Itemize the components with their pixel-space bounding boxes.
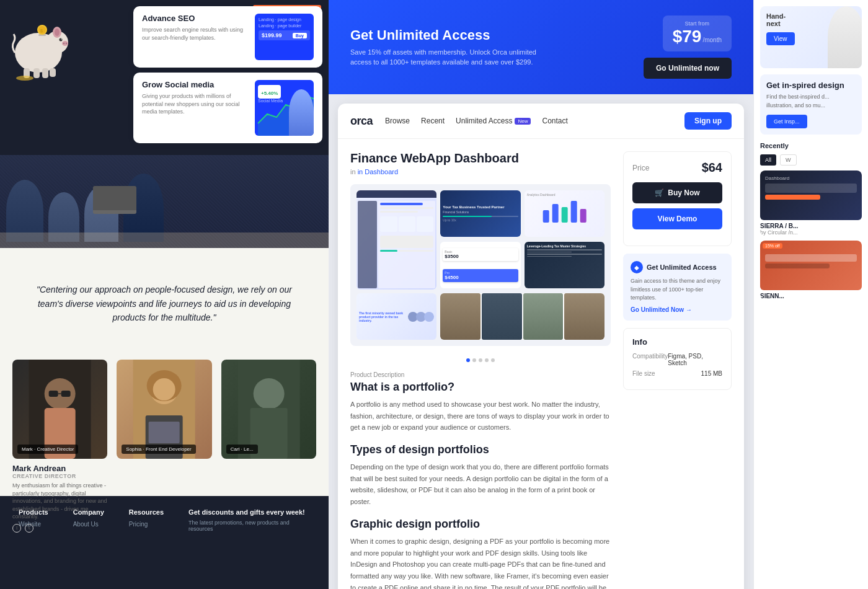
recent-card-2-name: SIENN... (760, 293, 862, 299)
nav-browse[interactable]: Browse (385, 117, 410, 125)
svg-point-8 (66, 43, 67, 44)
svg-rect-29 (149, 422, 180, 443)
social-card-title: Grow Social media (142, 80, 249, 89)
svg-rect-33 (542, 210, 549, 223)
team-section: Mark · Creative Director Mark Andrean Cr… (0, 360, 329, 496)
nav-contact[interactable]: Contact (542, 117, 567, 125)
slide-dot-3[interactable] (479, 358, 482, 362)
view-button-right[interactable]: View (766, 32, 795, 45)
desc-what-text: A portfolio is any method used to showca… (350, 399, 611, 433)
banner-price-box: Start from $79 /month (663, 16, 732, 51)
orca-logo: orca (350, 115, 373, 128)
left-panel: This week's 15% off (0, 0, 329, 589)
social-card-desc: Giving your products with millions of po… (142, 92, 249, 116)
recently-label: Recently (760, 142, 862, 149)
product-description: Product Description What is a portfolio?… (350, 371, 611, 589)
recent-card-2-image[interactable]: 15% off (760, 241, 862, 290)
discount-badge: 15% off (763, 243, 782, 249)
nav-unlimited-wrapper: Unlimited Access New (456, 117, 531, 125)
svg-rect-37 (580, 209, 586, 223)
center-panel: Get Unlimited Access Save 15% off assets… (329, 0, 753, 589)
price-value: $64 (702, 161, 722, 175)
nav-unlimited[interactable]: Unlimited Access (456, 117, 512, 125)
team-member-carl: Carl · Le... (221, 360, 316, 484)
filter-w-button[interactable]: W (780, 154, 797, 166)
buy-now-label: Buy Now (668, 188, 699, 197)
svg-text:$: $ (40, 29, 43, 33)
slide-dot-5[interactable] (491, 358, 495, 362)
recently-section: Recently All W Dashboard SIERRA / B... b… (760, 142, 862, 299)
go-unlimited-link[interactable]: Go Unlimited Now → (631, 306, 724, 313)
buy-now-button[interactable]: 🛒 Buy Now (632, 182, 722, 203)
recent-card-1-by: by Circular /n... (760, 229, 862, 236)
desc-types-text: Depending on the type of design work tha… (350, 461, 611, 508)
seo-card-title: Advance SEO (142, 14, 249, 23)
twitter-icon[interactable]: 𝕏 (25, 524, 33, 533)
banner-price: $79 (673, 27, 702, 46)
social-media-card: Grow Social media Giving your products w… (133, 73, 322, 143)
footer-resources-label: Resources (129, 508, 164, 516)
slide-dot-2[interactable] (472, 358, 476, 362)
banner-start-from: Start from (673, 20, 722, 27)
filter-all-button[interactable]: All (760, 154, 776, 166)
svg-rect-21 (49, 391, 58, 397)
svg-point-6 (62, 41, 68, 46)
svg-point-4 (60, 38, 63, 42)
nav-recent[interactable]: Recent (421, 117, 445, 125)
view-demo-button[interactable]: View Demo (632, 208, 722, 229)
member-badge-carl: Carl · Le... (226, 445, 258, 454)
instagram-icon[interactable]: 𝕀 (12, 524, 21, 533)
product-image-media[interactable] (440, 293, 604, 340)
svg-rect-35 (561, 207, 567, 223)
member-info-mark: Mark Andrean Creative Director My enthus… (12, 459, 107, 533)
seo-buy-btn[interactable]: Buy (293, 33, 307, 38)
info-compatibility-row: Compatibility Figma, PSD, Sketch (632, 353, 722, 366)
desc-graphic-title: Graphic design portfolio (350, 518, 611, 531)
go-unlimited-button[interactable]: Go Unlimited now (644, 58, 732, 79)
price-box: Price $64 🛒 Buy Now View Demo (623, 151, 732, 246)
slide-dot-1[interactable] (466, 358, 470, 362)
product-image-main[interactable] (356, 190, 436, 290)
member-social-mark: 𝕀 𝕏 (12, 524, 107, 533)
advance-seo-card: Advance SEO Improve search engine result… (133, 6, 322, 68)
growth-badge: +5.40% (261, 91, 278, 96)
footer-resources: Resources Pricing (129, 508, 164, 589)
svg-point-27 (153, 378, 175, 401)
get-inspired-text: Find the best-inspired d... illustration… (766, 93, 856, 110)
piggy-bank-illustration: $ (6, 12, 68, 81)
signup-button[interactable]: Sign up (684, 112, 732, 130)
desc-graphic-text: When it comes to graphic design, designi… (350, 536, 611, 589)
product-image-tax[interactable]: Your Tax Business Trusted Partner Financ… (440, 190, 520, 237)
banner-per-month: /month (702, 37, 722, 43)
price-row: Price $64 (632, 161, 722, 175)
new-badge: New (515, 118, 531, 125)
desc-types-title: Types of design portfolios (350, 443, 611, 456)
recent-card-1-image[interactable]: Dashboard (760, 170, 862, 220)
get-inspired-button[interactable]: Get Insp... (766, 115, 807, 128)
svg-rect-34 (552, 204, 558, 223)
product-category: in in Dashboard (350, 168, 611, 175)
right-hand-next: Hand-next (766, 12, 856, 27)
product-image-prices[interactable]: Basic $3500 Pro $4500 (440, 242, 520, 288)
member-badge-sophia: Sophia · Front End Developer (122, 445, 195, 454)
product-image-analytics[interactable]: Analytics Dashboard (525, 190, 604, 237)
product-image-strategy[interactable]: Leverage-Leading Tax Master Strategies (525, 242, 604, 288)
member-role-mark: Creative Director (12, 473, 107, 479)
quote-text: "Centering our approach on people-focuse… (25, 283, 304, 324)
get-inspired-box: Get in-spired design Find the best-inspi… (760, 74, 862, 135)
svg-rect-15 (42, 68, 48, 78)
footer-pricing-link[interactable]: Pricing (129, 521, 164, 528)
recent-card-2: 15% off SIENN... (760, 241, 862, 299)
team-photo (0, 155, 329, 248)
product-category-link[interactable]: in Dashboard (358, 168, 398, 175)
product-nav: orca Browse Recent Unlimited Access New … (338, 104, 744, 139)
svg-rect-16 (50, 68, 56, 77)
svg-rect-14 (33, 68, 40, 78)
svg-point-17 (16, 76, 33, 81)
image-grid: Your Tax Business Trusted Partner Financ… (350, 184, 611, 346)
info-filesize-value: 115 MB (701, 370, 722, 377)
member-photo-2: Sophia · Front End Developer (117, 360, 211, 459)
slide-dot-4[interactable] (485, 358, 489, 362)
product-image-network[interactable]: The first minority owned bank product pr… (356, 293, 436, 340)
info-filesize-label: File size (632, 370, 655, 377)
